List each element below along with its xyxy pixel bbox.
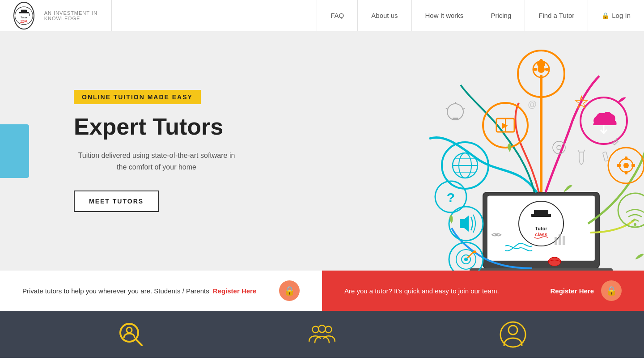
svg-marker-48 xyxy=(460,216,469,232)
students-lock-icon: 🔒 xyxy=(279,280,300,301)
svg-line-73 xyxy=(136,339,142,345)
tutors-register-link[interactable]: Register Here xyxy=(550,287,594,295)
hero-title: Expert Tutors xyxy=(74,113,250,140)
svg-point-57 xyxy=(447,104,463,120)
svg-rect-12 xyxy=(531,214,551,217)
footer-profile-item xyxy=(499,320,527,349)
navbar: Tutor class AN INVESTMENT IN KNOWLEDGE F… xyxy=(0,0,644,31)
svg-rect-45 xyxy=(617,164,621,167)
svg-rect-22 xyxy=(540,59,542,63)
footer-users-item xyxy=(308,320,336,349)
tutors-lock-icon: 🔒 xyxy=(601,280,622,301)
bottom-strips: Private tutors to help you wherever you … xyxy=(0,271,644,311)
nav-find-tutor[interactable]: Find a Tutor xyxy=(525,0,588,31)
svg-point-79 xyxy=(508,326,517,335)
login-label: Log In xyxy=(612,12,631,19)
hero-badge: ONLINE TUITION MADE EASY xyxy=(74,90,201,104)
svg-rect-66 xyxy=(555,237,557,245)
hero-content: ONLINE TUITION MADE EASY Expert Tutors T… xyxy=(0,63,250,239)
svg-point-76 xyxy=(325,326,331,332)
logo-icon: Tutor class xyxy=(13,2,34,30)
svg-text:class: class xyxy=(535,232,547,237)
tutors-text: Are you a tutor? It's quick and easy to … xyxy=(344,287,543,295)
svg-point-74 xyxy=(127,327,132,333)
strip-students: Private tutors to help you wherever you … xyxy=(0,271,322,311)
svg-line-70 xyxy=(584,150,585,152)
nav-how[interactable]: How It works xyxy=(411,0,477,31)
footer-bar xyxy=(0,311,644,358)
svg-rect-13 xyxy=(534,210,548,214)
svg-text:Tutor: Tutor xyxy=(535,226,547,231)
nav-pricing[interactable]: Pricing xyxy=(477,0,525,31)
profile-icon xyxy=(499,320,527,349)
svg-point-42 xyxy=(623,163,629,168)
meet-tutors-button[interactable]: MEET TUTORS xyxy=(74,191,159,212)
svg-text:?: ? xyxy=(447,190,455,205)
svg-rect-44 xyxy=(625,171,627,174)
logo-area: Tutor class AN INVESTMENT IN KNOWLEDGE xyxy=(0,0,112,31)
users-icon xyxy=(308,320,336,349)
hero-svg: Tutor class xyxy=(340,31,644,271)
svg-line-69 xyxy=(578,150,579,152)
students-register-link[interactable]: Register Here xyxy=(213,287,257,295)
svg-rect-67 xyxy=(559,234,561,245)
footer-search-item xyxy=(117,320,145,349)
strip-tutors: Are you a tutor? It's quick and easy to … xyxy=(322,271,644,311)
svg-rect-46 xyxy=(631,164,635,167)
svg-point-52 xyxy=(464,258,468,261)
svg-rect-25 xyxy=(545,68,549,71)
nav-about[interactable]: About us xyxy=(357,0,411,31)
svg-rect-24 xyxy=(534,68,537,71)
svg-rect-9 xyxy=(470,268,613,271)
svg-point-65 xyxy=(557,145,561,150)
hero-section: ONLINE TUITION MADE EASY Expert Tutors T… xyxy=(0,31,644,271)
svg-rect-63 xyxy=(603,152,609,161)
svg-rect-68 xyxy=(563,236,565,245)
tagline: AN INVESTMENT IN KNOWLEDGE xyxy=(44,10,111,21)
students-text: Private tutors to help you wherever you … xyxy=(22,287,209,295)
logo-svg: Tutor class xyxy=(14,3,34,29)
svg-rect-2 xyxy=(21,9,27,12)
nav-links: FAQ About us How It works Pricing Find a… xyxy=(317,0,644,31)
svg-line-53 xyxy=(467,251,474,258)
svg-text:@: @ xyxy=(528,99,537,109)
nav-faq[interactable]: FAQ xyxy=(317,0,357,31)
search-icon xyxy=(117,320,145,349)
nav-login[interactable]: 🔒 Log In xyxy=(588,0,644,31)
svg-rect-23 xyxy=(540,75,542,78)
svg-rect-43 xyxy=(625,157,627,160)
hero-subtitle: Tuition delivered using state-of-the-art… xyxy=(74,150,239,173)
svg-point-77 xyxy=(318,325,326,332)
hero-illustration: Tutor class xyxy=(340,31,644,271)
svg-point-56 xyxy=(634,223,636,226)
lock-icon: 🔒 xyxy=(602,12,609,19)
svg-point-75 xyxy=(312,326,318,332)
svg-text:Tutor: Tutor xyxy=(21,16,27,18)
